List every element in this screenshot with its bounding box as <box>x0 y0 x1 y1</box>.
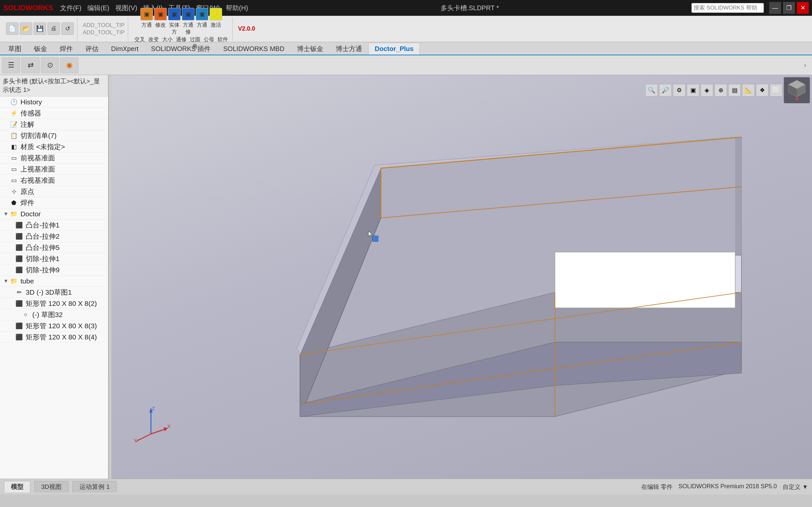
spec-btn-4[interactable]: ▣ <box>182 8 194 20</box>
status-bar: 在编辑 零件 SOLIDWORKS Premium 2018 SP5.0 自定义… <box>641 483 808 491</box>
panel-splitter[interactable] <box>109 75 111 479</box>
menu-view[interactable]: 视图(V) <box>115 4 138 12</box>
3d-viewport[interactable]: 🔍 🔎 ⚙ ▣ ◈ ⊕ ▤ 📐 ❖ ⬜ <box>111 75 812 479</box>
tree-label-tube: tube <box>20 277 34 285</box>
tree-item-cut1[interactable]: ⬛切除-拉伸1 <box>0 253 108 264</box>
label-方通: 方通 <box>196 22 208 36</box>
label-实体方: 实体方 <box>168 22 181 36</box>
toolbar-group-version: V2.0.0 <box>235 17 258 41</box>
bottom-panel: 模型 3D视图 运动算例 1 在编辑 零件 SOLIDWORKS Premium… <box>0 479 812 495</box>
view-btn-list[interactable]: ☰ <box>2 57 20 73</box>
tree-icon-tube: 📁 <box>9 277 18 286</box>
spec-btn-1[interactable]: ▣ <box>140 8 153 20</box>
tree-label-weld: 焊件 <box>20 198 34 208</box>
vp-back-btn[interactable]: ⬜ <box>770 84 782 97</box>
tree-item-rect120_2[interactable]: ⬛矩形管 120 X 80 X 8(2) <box>0 298 108 309</box>
tree-icon-weld: ⬟ <box>9 198 18 208</box>
tree-item-front_plane[interactable]: ▭前视基准面 <box>0 153 108 164</box>
spec-btn-5[interactable]: ▣ <box>196 8 208 20</box>
tab-sketch[interactable]: 草图 <box>2 43 28 55</box>
svg-line-26 <box>138 434 151 441</box>
tab-doctor-plus[interactable]: Doctor_Plus <box>368 43 420 55</box>
save-button[interactable]: 💾 <box>34 22 46 35</box>
undo-button[interactable]: ↺ <box>61 22 74 35</box>
main-content: 多头卡槽 (默认<按加工><默认>_显示状态 1> 🕐History⚡传感器📝注… <box>0 75 812 479</box>
tab-dimxpert[interactable]: DimXpert <box>105 43 145 55</box>
vp-settings-btn[interactable]: ⚙ <box>673 84 686 97</box>
vp-filter-btn[interactable]: 🔎 <box>659 84 672 97</box>
tree-icon-right_plane: ▭ <box>9 176 18 185</box>
tab-doctor-tube[interactable]: 博士方通 <box>329 43 368 55</box>
menu-file[interactable]: 文件(F) <box>60 4 82 12</box>
tab-doctor-sheetmetal[interactable]: 博士钣金 <box>291 43 329 55</box>
vp-render-btn[interactable]: ⊕ <box>714 84 727 97</box>
menu-help[interactable]: 帮助(H) <box>226 4 248 12</box>
tree-item-cut9[interactable]: ⬛切除-拉伸9 <box>0 264 108 276</box>
tab-motion[interactable]: 运动算例 1 <box>72 481 117 493</box>
tree-label-cut1: 切除-拉伸1 <box>26 254 60 263</box>
coordinate-axes: Z X Y <box>131 404 171 446</box>
print-button[interactable]: 🖨 <box>47 22 60 35</box>
close-button[interactable]: ✕ <box>797 2 809 14</box>
search-input[interactable] <box>692 3 764 13</box>
tree-item-cutlist[interactable]: 📋切割清单(7) <box>0 130 108 141</box>
vp-search-btn[interactable]: 🔍 <box>645 84 658 97</box>
tree-item-weld[interactable]: ⬟焊件 <box>0 197 108 208</box>
tree-label-right_plane: 右视基准面 <box>20 176 55 185</box>
tab-weldment[interactable]: 焊件 <box>53 43 79 55</box>
view-btn-arrow[interactable]: ⇄ <box>21 57 40 73</box>
tree-item-doctor[interactable]: ▼📁Doctor <box>0 208 108 220</box>
tree-item-tube[interactable]: ▼📁tube <box>0 276 108 287</box>
tree-item-notes[interactable]: 📝注解 <box>0 119 108 130</box>
tree-item-circle32[interactable]: ○(-) 草图32 <box>0 309 108 320</box>
tab-sw-mbd[interactable]: SOLIDWORKS MBD <box>217 43 291 55</box>
tree-item-history[interactable]: 🕐History <box>0 97 108 108</box>
view-btn-circle[interactable]: ⊙ <box>41 57 59 73</box>
tab-sheetmetal[interactable]: 钣金 <box>28 43 53 55</box>
tree-item-boss5[interactable]: ⬛凸台-拉伸5 <box>0 242 108 253</box>
customize-btn[interactable]: 自定义 ▼ <box>783 483 808 491</box>
menu-edit[interactable]: 编辑(E) <box>87 4 109 12</box>
tree-label-cut9: 切除-拉伸9 <box>26 265 60 275</box>
tree-item-rect120_3[interactable]: ⬛矩形管 120 X 80 X 8(3) <box>0 320 108 332</box>
spec-btn-6[interactable]: ⚡ <box>210 8 222 20</box>
vp-angle-btn[interactable]: 📐 <box>742 84 755 97</box>
tab-3d-view[interactable]: 3D视图 <box>34 481 68 493</box>
vp-view-btn[interactable]: ▣ <box>687 84 699 97</box>
tab-evaluate[interactable]: 评估 <box>79 43 105 55</box>
tree-item-top_plane[interactable]: ▭上视基准面 <box>0 164 108 175</box>
tree-item-sensors[interactable]: ⚡传感器 <box>0 108 108 119</box>
expand-arrow-doctor[interactable]: ▼ <box>3 211 9 217</box>
spec-btn-2[interactable]: ▣ <box>154 8 167 20</box>
tree-item-origin[interactable]: ⊹原点 <box>0 186 108 197</box>
tree-label-cutlist: 切割清单(7) <box>20 131 57 140</box>
feature-tree[interactable]: 🕐History⚡传感器📝注解📋切割清单(7)◧材质 <未指定>▭前视基准面▭上… <box>0 97 108 479</box>
restore-button[interactable]: ❐ <box>783 2 795 14</box>
tree-item-boss2[interactable]: ⬛凸台-拉伸2 <box>0 231 108 242</box>
svg-line-23 <box>151 429 166 434</box>
tab-model[interactable]: 模型 <box>4 481 30 493</box>
vp-section-btn[interactable]: ◈ <box>701 84 713 97</box>
main-toolbar: 📄 📂 💾 🖨 ↺ ADD_TOOL_TIP ADD_TOOL_TIP ▣ ▣ … <box>0 16 812 42</box>
vp-ref-btn[interactable]: ❖ <box>756 84 768 97</box>
minimize-button[interactable]: — <box>769 2 781 14</box>
tree-item-material[interactable]: ◧材质 <未指定> <box>0 141 108 153</box>
editing-status: 在编辑 零件 <box>641 483 673 491</box>
feature-manager-panel: 多头卡槽 (默认<按加工><默认>_显示状态 1> 🕐History⚡传感器📝注… <box>0 75 109 479</box>
tree-item-rect120_4[interactable]: ⬛矩形管 120 X 80 X 8(4) <box>0 332 108 343</box>
view-btn-donut[interactable]: ◉ <box>60 57 79 73</box>
vp-light-btn[interactable]: ▤ <box>728 84 741 97</box>
tab-sw-addins[interactable]: SOLIDWORKS 插件 <box>145 43 217 55</box>
spec-btn-3[interactable]: ▣ <box>168 8 181 20</box>
tree-item-right_plane[interactable]: ▭右视基准面 <box>0 175 108 186</box>
orientation-cube[interactable] <box>784 77 810 103</box>
open-button[interactable]: 📂 <box>20 22 32 35</box>
toolbar-group-special: ▣ ▣ ▣ ▣ ▣ ⚡ 方通 修改 实体方 方通修 方通 激活 交叉 改变 大小… <box>130 17 233 41</box>
tree-item-boss1[interactable]: ⬛凸台-拉伸1 <box>0 220 108 231</box>
label-修改: 修改 <box>154 22 167 36</box>
tree-item-sketch3d1[interactable]: ✏3D (-) 3D草图1 <box>0 287 108 298</box>
new-button[interactable]: 📄 <box>6 22 18 35</box>
expand-arrow-tube[interactable]: ▼ <box>3 278 9 284</box>
panel-collapse-btn[interactable]: › <box>800 58 810 72</box>
tree-header: 多头卡槽 (默认<按加工><默认>_显示状态 1> <box>0 75 108 97</box>
